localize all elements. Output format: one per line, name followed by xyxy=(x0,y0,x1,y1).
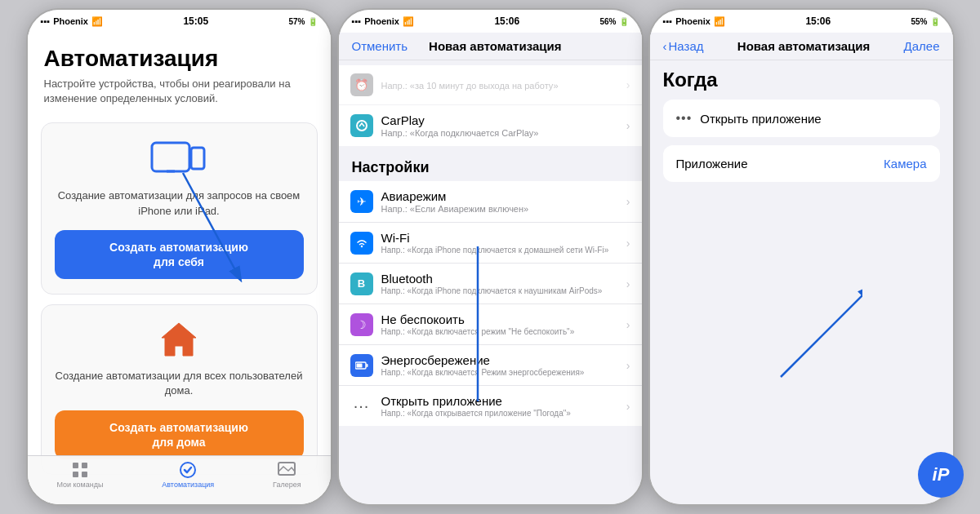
home-card: Создание автоматизации для всех пользова… xyxy=(41,304,318,475)
chevron-battery: › xyxy=(626,359,630,372)
list-item-bluetooth[interactable]: B Bluetooth Напр.: «Когда iPhone подключ… xyxy=(339,264,642,304)
list-item-battery-saver[interactable]: Энергосбережение Напр.: «Когда включаетс… xyxy=(339,345,642,386)
carrier-signal-2: ▪▪▪ Phoenix 📶 xyxy=(352,16,415,27)
battery-icon-3: 🔋 xyxy=(930,17,940,26)
app-section: Приложение Камера xyxy=(663,145,940,182)
home-card-desc: Создание автоматизации для всех пользова… xyxy=(55,369,304,398)
when-section: Когда ••• Открыть приложение xyxy=(663,69,940,137)
svg-rect-4 xyxy=(73,463,78,468)
tab-automation-label: Автоматизация xyxy=(162,481,214,489)
svg-rect-7 xyxy=(82,472,87,477)
svg-rect-1 xyxy=(191,148,204,169)
chevron-faded: › xyxy=(626,78,630,91)
tab-gallery-label: Галерея xyxy=(273,481,301,489)
tab-gallery[interactable]: Галерея xyxy=(273,461,301,489)
create-personal-button[interactable]: Создать автоматизацию для себя xyxy=(55,230,304,279)
chevron-carplay: › xyxy=(626,119,630,132)
battery-icon-2: 🔋 xyxy=(619,17,629,26)
phone-screen-2: ▪▪▪ Phoenix 📶 15:06 56% 🔋 Отменить Новая… xyxy=(337,8,644,506)
time-1: 15:05 xyxy=(183,16,208,27)
airplane-icon: ✈ xyxy=(350,190,373,213)
section-header-nastroyki: Настройки xyxy=(339,154,642,181)
status-bar-2: ▪▪▪ Phoenix 📶 15:06 56% 🔋 xyxy=(339,10,642,33)
tab-my-commands-label: Мои команды xyxy=(56,481,103,489)
time-icon: ⏰ xyxy=(350,73,373,96)
open-app-content: Открыть приложение Напр.: «Когда открыва… xyxy=(381,394,626,418)
when-dots-icon: ••• xyxy=(676,111,693,126)
svg-rect-13 xyxy=(366,364,368,367)
list-item-wifi[interactable]: Wi-Fi Напр.: «Когда iPhone подключается … xyxy=(339,223,642,264)
list-item-airplane[interactable]: ✈ Авиарежим Напр.: «Если Авиарежим включ… xyxy=(339,181,642,223)
back-button[interactable]: ‹ Назад xyxy=(663,39,704,53)
svg-rect-5 xyxy=(82,463,87,468)
automation-header: Автоматизация Настройте устройства, чтоб… xyxy=(28,33,331,113)
battery-1: 57% 🔋 xyxy=(288,17,317,26)
house-icon xyxy=(158,320,199,362)
airplane-content: Авиарежим Напр.: «Если Авиарежим включен… xyxy=(381,189,626,214)
next-button[interactable]: Далее xyxy=(904,39,940,53)
time-3: 15:06 xyxy=(805,16,831,27)
signal-bars-1: ▪▪▪ xyxy=(41,16,51,26)
svg-rect-14 xyxy=(356,363,362,367)
app-label: Приложение xyxy=(676,157,884,171)
wifi-icon-2: 📶 xyxy=(403,16,414,27)
faded-item-content: Напр.: «за 10 минут до выхода на работу» xyxy=(381,80,626,91)
carrier-signal-3: ▪▪▪ Phoenix 📶 xyxy=(663,16,726,27)
wifi-icon-3: 📶 xyxy=(714,16,725,27)
settings-section: Настройки ✈ Авиарежим Напр.: «Если Авиар… xyxy=(339,154,642,426)
automation-subtitle: Настройте устройства, чтобы они реагиров… xyxy=(44,77,314,106)
nav-bar-3: ‹ Назад Новая автоматизация Далее xyxy=(650,33,953,60)
svg-marker-3 xyxy=(162,323,196,356)
personal-card: Создание автоматизации для запросов на с… xyxy=(41,122,318,295)
automation-title: Автоматизация xyxy=(44,46,314,72)
create-home-button[interactable]: Создать автоматизацию для дома xyxy=(55,410,304,459)
phone-screen-1: ▪▪▪ Phoenix 📶 15:05 57% 🔋 Автоматизация … xyxy=(26,8,332,506)
gallery-icon xyxy=(278,461,296,479)
open-app-icon: ··· xyxy=(350,395,373,418)
devices-icon xyxy=(150,138,207,182)
tab-my-commands[interactable]: Мои команды xyxy=(56,461,103,489)
app-row[interactable]: Приложение Камера xyxy=(663,145,940,182)
nav-title-3: Новая автоматизация xyxy=(737,39,870,53)
wifi-list-icon xyxy=(350,232,373,255)
signal-bars-2: ▪▪▪ xyxy=(352,16,362,26)
tab-bar-1: Мои команды Автоматизация xyxy=(28,455,331,504)
carplay-content: CarPlay Напр.: «Когда подключается CarPl… xyxy=(381,113,626,138)
chevron-left-icon: ‹ xyxy=(663,39,667,53)
battery-saver-content: Энергосбережение Напр.: «Когда включаетс… xyxy=(381,353,626,377)
carplay-item[interactable]: CarPlay Напр.: «Когда подключается CarPl… xyxy=(339,105,642,146)
cancel-button[interactable]: Отменить xyxy=(352,39,408,53)
settings-list: ✈ Авиарежим Напр.: «Если Авиарежим включ… xyxy=(339,181,642,426)
screen1-content: Автоматизация Настройте устройства, чтоб… xyxy=(28,33,331,506)
chevron-open-app: › xyxy=(626,400,630,413)
carrier-name-3: Phoenix xyxy=(675,16,710,26)
carrier-name-2: Phoenix xyxy=(364,16,399,26)
wifi-content: Wi-Fi Напр.: «Когда iPhone подключается … xyxy=(381,231,626,255)
list-item-dnd[interactable]: ☽ Не беспокоить Напр.: «Когда включается… xyxy=(339,304,642,345)
dnd-content: Не беспокоить Напр.: «Когда включается р… xyxy=(381,312,626,336)
screen2-content: Отменить Новая автоматизация ⏰ Напр.: «з… xyxy=(339,33,642,506)
screen3-content: ‹ Назад Новая автоматизация Далее Когда … xyxy=(650,33,953,506)
when-item: ••• Открыть приложение xyxy=(663,100,940,137)
chevron-bluetooth: › xyxy=(626,277,630,290)
status-bar-3: ▪▪▪ Phoenix 📶 15:06 55% 🔋 xyxy=(650,10,953,33)
tab-automation[interactable]: Автоматизация xyxy=(162,461,214,489)
faded-list-item: ⏰ Напр.: «за 10 минут до выхода на работ… xyxy=(339,65,642,105)
automation-icon xyxy=(179,461,197,479)
svg-rect-6 xyxy=(73,472,78,477)
app-value: Камера xyxy=(884,157,926,171)
bluetooth-content: Bluetooth Напр.: «Когда iPhone подключае… xyxy=(381,272,626,295)
chevron-wifi: › xyxy=(626,237,630,250)
nav-title-2: Новая автоматизация xyxy=(429,39,561,53)
when-title: Когда xyxy=(663,69,940,91)
chevron-dnd: › xyxy=(626,318,630,331)
chevron-airplane: › xyxy=(626,195,630,208)
bluetooth-icon: B xyxy=(350,273,373,295)
list-item-open-app[interactable]: ··· Открыть приложение Напр.: «Когда отк… xyxy=(339,386,642,426)
signal-bars-3: ▪▪▪ xyxy=(663,16,673,26)
status-bar-1: ▪▪▪ Phoenix 📶 15:05 57% 🔋 xyxy=(28,10,331,33)
personal-card-desc: Создание автоматизации для запросов на с… xyxy=(55,188,304,218)
time-2: 15:06 xyxy=(494,16,519,27)
carrier-name-1: Phoenix xyxy=(53,16,88,26)
battery-3: 55% 🔋 xyxy=(911,17,939,26)
